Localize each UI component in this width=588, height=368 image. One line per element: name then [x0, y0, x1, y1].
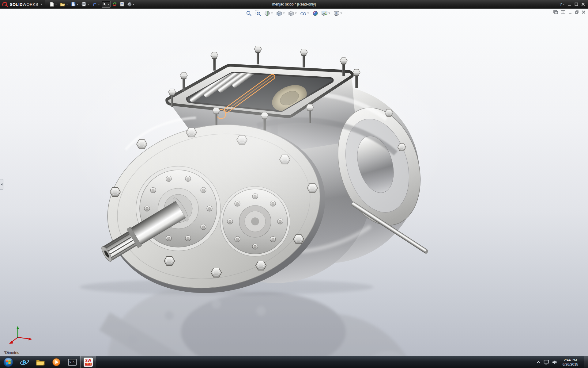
show-hidden-icons-button[interactable] — [536, 361, 541, 364]
solidworks-menu-button[interactable]: SOLIDWORKS — [0, 0, 45, 8]
menu-expand-icon — [41, 3, 42, 6]
save-icon — [71, 2, 76, 6]
taskbar-clock[interactable]: 2:44 PM 6/26/2015 — [560, 358, 581, 366]
open-folder-icon — [60, 2, 65, 6]
print-button[interactable] — [80, 1, 90, 8]
chevron-up-icon — [536, 361, 541, 364]
solidworks-window: SOLIDWORKS — [0, 0, 588, 368]
titlebar: SOLIDWORKS — [0, 0, 588, 9]
hide-show-items-button[interactable] — [300, 10, 310, 17]
dropdown-icon — [563, 4, 565, 5]
eye-glasses-icon — [300, 10, 306, 16]
taskbar-solidworks-2015[interactable]: SW 2015 — [80, 356, 96, 368]
system-tray: 2:44 PM 6/26/2015 — [536, 356, 588, 368]
media-player-icon — [52, 358, 61, 366]
minimize-button[interactable] — [568, 2, 571, 6]
window-title: menjac sklop * [Read-only] — [272, 0, 316, 9]
split-window-button[interactable] — [561, 10, 565, 14]
document-close-button[interactable] — [582, 10, 586, 14]
solidworks-app-icon: SW 2015 — [84, 358, 93, 367]
speaker-icon — [552, 360, 557, 364]
apply-scene-button[interactable] — [321, 10, 331, 17]
dropdown-icon — [340, 13, 342, 14]
dropdown-icon — [133, 4, 134, 5]
brand-text-works: WORKS — [23, 2, 38, 7]
open-button[interactable] — [59, 1, 69, 8]
dropdown-icon — [66, 4, 68, 5]
select-button[interactable] — [102, 1, 111, 8]
taskbar-media-player[interactable] — [48, 356, 64, 368]
document-restore-button[interactable] — [575, 10, 579, 14]
print-icon — [81, 2, 86, 6]
graphics-area[interactable]: *Dimetric — [0, 9, 588, 356]
windows-start-orb-icon — [3, 357, 13, 367]
taskbar-internet-explorer[interactable]: e — [17, 356, 32, 368]
maximize-button[interactable] — [575, 2, 578, 6]
volume-tray-icon[interactable] — [552, 360, 557, 364]
taskbar-command-prompt[interactable]: C:\ — [64, 356, 80, 368]
edit-appearance-button[interactable] — [312, 10, 319, 17]
undo-icon — [92, 2, 97, 6]
right-bearing-cover[interactable] — [223, 189, 288, 254]
dassault-systemes-logo-icon — [2, 2, 9, 7]
options-button[interactable] — [126, 1, 136, 8]
feature-manager-collapsed-tab[interactable] — [0, 179, 3, 190]
collapse-arrow-icon — [1, 183, 2, 186]
view-settings-icon — [334, 10, 339, 16]
view-orientation-label: *Dimetric — [4, 351, 19, 355]
quick-access-toolbar — [45, 1, 136, 8]
dropdown-icon — [295, 13, 297, 14]
dropdown-icon — [107, 4, 109, 5]
dropdown-icon — [307, 13, 309, 14]
zoom-to-area-button[interactable] — [254, 10, 262, 17]
document-minimize-button[interactable] — [568, 10, 572, 14]
start-button[interactable] — [0, 356, 17, 368]
section-view-icon — [264, 10, 270, 16]
dropdown-icon — [87, 4, 89, 5]
window-controls: ? — [560, 2, 588, 6]
rebuild-button[interactable] — [111, 1, 118, 8]
orientation-triad — [9, 326, 32, 344]
dropdown-icon — [77, 4, 78, 5]
monitor-icon — [544, 360, 549, 365]
brand-text-solid: SOLID — [10, 2, 23, 7]
heads-up-view-toolbar — [245, 10, 343, 17]
model-canvas-gearbox-assembly[interactable] — [0, 9, 588, 356]
show-desktop-button[interactable] — [584, 356, 588, 368]
dropdown-icon — [283, 13, 285, 14]
zoom-to-fit-icon — [246, 10, 252, 16]
file-properties-button[interactable] — [119, 1, 125, 8]
dropdown-icon — [328, 13, 330, 14]
select-cursor-icon — [103, 2, 107, 6]
display-style-button[interactable] — [288, 10, 297, 17]
apply-scene-icon — [322, 10, 327, 16]
save-button[interactable] — [70, 1, 80, 8]
help-button[interactable]: ? — [560, 2, 565, 6]
new-document-icon — [50, 2, 54, 7]
dropdown-icon — [55, 4, 57, 5]
file-properties-icon — [120, 2, 124, 6]
internet-explorer-icon: e — [21, 358, 28, 366]
new-window-button[interactable] — [553, 10, 558, 14]
windows-taskbar: e C:\ SW 2015 — [0, 356, 588, 368]
appearance-ball-icon — [312, 10, 318, 16]
clock-date: 6/26/2015 — [563, 362, 578, 366]
close-button[interactable] — [581, 2, 585, 6]
document-window-controls — [553, 10, 586, 14]
view-cube-icon — [276, 10, 282, 16]
zoom-to-fit-button[interactable] — [245, 10, 252, 17]
dropdown-icon — [98, 4, 100, 5]
display-style-icon — [288, 10, 294, 16]
command-prompt-icon: C:\ — [68, 359, 77, 366]
zoom-to-area-icon — [255, 10, 261, 16]
folder-icon — [36, 358, 45, 366]
view-orientation-button[interactable] — [276, 10, 285, 17]
gear-icon — [127, 2, 132, 6]
taskbar-windows-explorer[interactable] — [32, 356, 48, 368]
rebuild-icon — [112, 2, 117, 6]
view-settings-button[interactable] — [333, 10, 343, 17]
section-view-button[interactable] — [264, 10, 273, 17]
new-document-button[interactable] — [48, 1, 58, 8]
display-tray-icon[interactable] — [544, 360, 549, 365]
undo-button[interactable] — [91, 1, 101, 8]
